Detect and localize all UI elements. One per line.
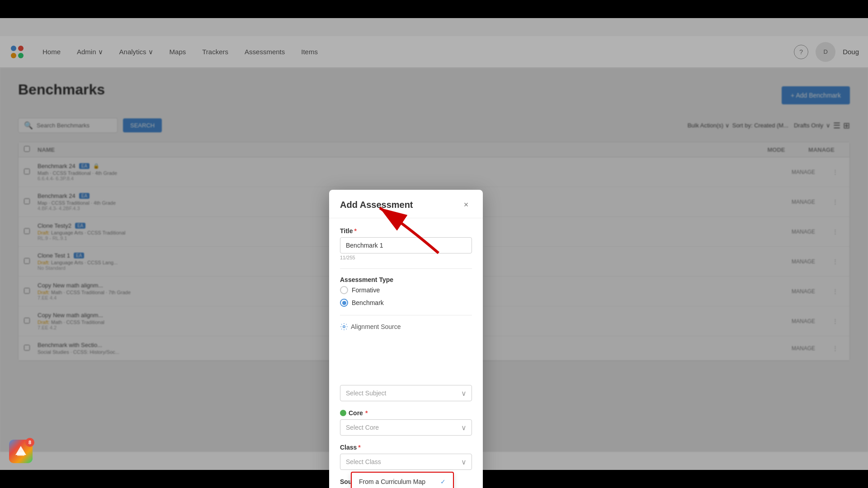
divider [340,268,472,269]
modal-body: Title * 11/255 Assessment Type Formative… [329,218,483,488]
add-assessment-modal: Add Assessment × Title * 11/255 Assessme… [329,190,483,488]
assessment-type-group: Assessment Type Formative Benchmark [340,276,472,307]
modal-header: Add Assessment × [329,190,483,218]
core-select[interactable]: Select Core [340,419,472,436]
char-count: 11/255 [340,255,472,260]
radio-group: Formative Benchmark [340,286,472,307]
top-black-bar [0,0,868,18]
radio-formative-circle [340,286,348,294]
required-indicator: * [354,227,357,235]
modal-title: Add Assessment [340,200,413,210]
close-button[interactable]: × [460,199,472,211]
svg-rect-7 [17,452,24,456]
alignment-source-label: Alignment Source [351,323,401,330]
app-icon[interactable]: 8 [9,440,33,463]
assessment-type-label: Assessment Type [340,276,472,283]
radio-benchmark-label: Benchmark [352,299,384,306]
core-select-wrapper: Select Core ∨ [340,419,472,436]
check-icon: ✓ [440,478,446,485]
radio-benchmark-circle [340,299,348,307]
core-group: Core * Select Core ∨ [340,409,472,436]
subject-select-wrapper: Select Subject ∨ [340,385,472,401]
green-dot-icon [340,410,346,416]
class-select[interactable]: Select Class [340,454,472,470]
curriculum-map-label: From a Curriculum Map [359,478,425,485]
core-label: Core * [340,409,472,417]
radio-formative-label: Formative [352,286,380,294]
alignment-source-dropdown: From a Curriculum Map ✓ From a Tracker ✓ [351,472,454,488]
divider-2 [340,315,472,315]
class-select-wrapper: Select Class ∨ [340,454,472,470]
notification-badge: 8 [25,438,34,447]
svg-point-4 [343,326,345,328]
gear-icon [340,323,348,331]
class-label: Class * [340,444,472,451]
title-input[interactable] [340,237,472,253]
dropdown-curriculum-map[interactable]: From a Curriculum Map ✓ [352,473,453,488]
alignment-source-button[interactable]: Alignment Source [340,323,401,331]
title-label: Title * [340,227,472,235]
subject-select[interactable]: Select Subject [340,385,472,401]
radio-formative[interactable]: Formative [340,286,472,294]
class-required: * [358,444,360,451]
core-required: * [365,409,368,417]
class-group: Class * Select Class ∨ [340,444,472,470]
title-group: Title * 11/255 [340,227,472,260]
radio-benchmark[interactable]: Benchmark [340,299,472,307]
subject-group: Select Subject ∨ [340,385,472,401]
alignment-source-group: Alignment Source From a Curriculum Map ✓… [340,323,472,331]
